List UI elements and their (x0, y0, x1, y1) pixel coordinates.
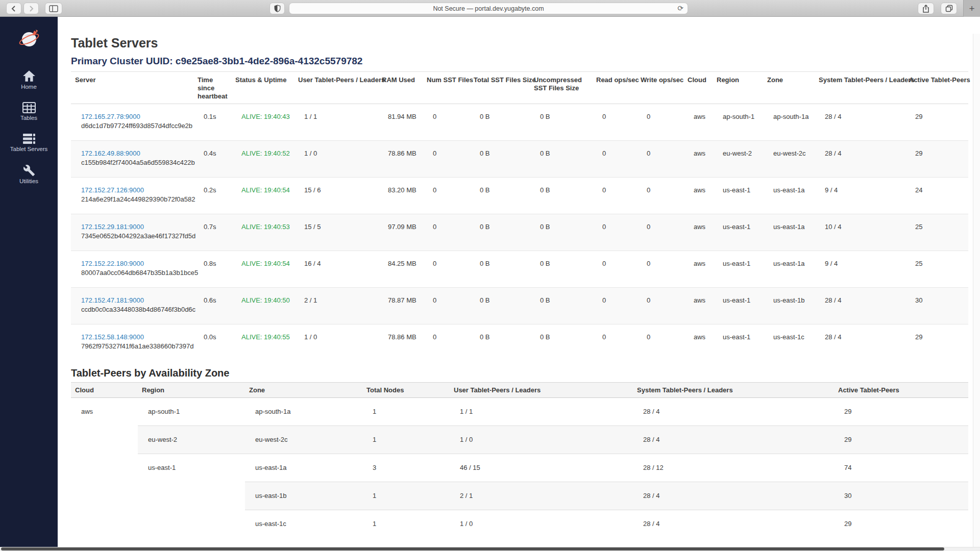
cell-total-sst: 0 B (470, 324, 530, 361)
cell-read-ops: 0 (592, 178, 636, 214)
server-uuid: ccdb0c0ca33448038b4d86746f3b0d6c (81, 305, 190, 314)
az-cell-user-tablet-peers: 46 / 15 (450, 454, 633, 482)
server-link[interactable]: 172.152.47.181:9000 (81, 296, 144, 304)
sidebar-item-home[interactable]: Home (0, 70, 58, 90)
cell-total-sst: 0 B (470, 214, 530, 251)
cell-uncompressed-sst: 0 B (530, 214, 592, 251)
server-link[interactable]: 172.152.58.148:9000 (81, 333, 144, 341)
server-link[interactable]: 172.152.22.180:9000 (81, 260, 144, 267)
az-cell-total-nodes: 1 (362, 426, 450, 454)
cell-write-ops: 0 (636, 141, 683, 178)
cell-server: 172.152.47.181:9000ccdb0c0ca33448038b4d8… (71, 288, 193, 324)
cell-num-sst: 0 (423, 178, 470, 214)
az-cell-system-tablet-peers: 28 / 12 (633, 454, 834, 482)
cell-system-tablet-peers: 9 / 4 (815, 178, 905, 214)
cell-write-ops: 0 (636, 251, 683, 288)
server-link[interactable]: 172.165.27.78:9000 (81, 113, 140, 120)
cell-cloud: aws (683, 141, 713, 178)
col-header-active-tablet-peers: Active Tablet-Peers (905, 72, 968, 104)
cell-active-tablet-peers: 29 (905, 104, 968, 141)
sidebar-toggle-button[interactable] (45, 3, 62, 14)
sidebar-item-tables[interactable]: Tables (0, 102, 58, 121)
az-cell-active-tablet-peers: 30 (834, 482, 968, 510)
back-button[interactable] (6, 3, 21, 14)
cell-active-tablet-peers: 29 (905, 141, 968, 178)
address-bar[interactable]: Not Secure — portal.dev.yugabyte.com ⟳ (289, 3, 688, 14)
table-row: 172.162.49.88:9000c155b984f2f74004a5a6d5… (71, 141, 968, 178)
tab-overview-button[interactable] (941, 3, 957, 14)
privacy-report-button[interactable] (270, 3, 285, 14)
cell-ram: 78.87 MB (378, 288, 423, 324)
server-uuid: d6dc1d7b97724ff693d857d4dfcc9e2b (81, 121, 190, 130)
col-header-user-tablet-peers: User Tablet-Peers / Leaders (294, 72, 378, 104)
cell-region: us-east-1 (713, 214, 763, 251)
cell-server: 172.165.27.78:9000d6dc1d7b97724ff693d857… (71, 104, 193, 141)
sidebar-item-label: Tables (0, 115, 58, 121)
cell-num-sst: 0 (423, 141, 470, 178)
cell-status: ALIVE: 19:40:53 (231, 214, 294, 251)
cell-zone: us-east-1b (763, 288, 815, 324)
horizontal-scrollbar-track[interactable] (0, 547, 980, 551)
az-cell-total-nodes: 1 (362, 398, 450, 426)
table-row: 172.152.47.181:9000ccdb0c0ca33448038b4d8… (71, 288, 968, 324)
cell-read-ops: 0 (592, 141, 636, 178)
cell-uncompressed-sst: 0 B (530, 104, 592, 141)
cell-cloud: aws (683, 324, 713, 361)
az-cell-zone: eu-west-2c (245, 426, 362, 454)
az-cell-total-nodes: 1 (362, 482, 450, 510)
cell-region: us-east-1 (713, 178, 763, 214)
cell-total-sst: 0 B (470, 288, 530, 324)
server-link[interactable]: 172.162.49.88:9000 (81, 149, 140, 157)
cell-total-sst: 0 B (470, 178, 530, 214)
cell-active-tablet-peers: 25 (905, 214, 968, 251)
reload-icon[interactable]: ⟳ (677, 4, 683, 12)
cell-ram: 78.86 MB (378, 324, 423, 361)
cell-ram: 84.25 MB (378, 251, 423, 288)
az-col-cloud: Cloud (71, 383, 138, 398)
server-link[interactable]: 172.152.29.181:9000 (81, 223, 144, 231)
cell-heartbeat: 0.8s (193, 251, 231, 288)
cell-ram: 83.20 MB (378, 178, 423, 214)
az-cell-active-tablet-peers: 29 (834, 426, 968, 454)
cell-heartbeat: 0.7s (193, 214, 231, 251)
cell-ram: 81.94 MB (378, 104, 423, 141)
cell-read-ops: 0 (592, 324, 636, 361)
az-cell-user-tablet-peers: 1 / 0 (450, 426, 633, 454)
shield-icon (274, 5, 281, 12)
col-header-uncompressed-sst: Uncompressed SST Files Size (530, 72, 592, 104)
sidebar-item-utilities[interactable]: Utilities (0, 164, 58, 184)
col-header-server: Server (71, 72, 193, 104)
cell-heartbeat: 0.4s (193, 141, 231, 178)
cell-system-tablet-peers: 28 / 4 (815, 324, 905, 361)
cell-read-ops: 0 (592, 104, 636, 141)
forward-button[interactable] (23, 3, 39, 14)
cell-heartbeat: 0.6s (193, 288, 231, 324)
horizontal-scrollbar-thumb[interactable] (1, 547, 944, 550)
tables-grid-icon (22, 102, 36, 113)
cell-user-tablet-peers: 1 / 0 (294, 141, 378, 178)
cell-ram: 97.09 MB (378, 214, 423, 251)
share-button[interactable] (918, 3, 934, 14)
az-cell-user-tablet-peers: 1 / 0 (450, 510, 633, 538)
cluster-uuid-heading: Primary Cluster UUID: c9e25ae8-3bb1-4de2… (71, 56, 980, 67)
cell-active-tablet-peers: 25 (905, 251, 968, 288)
az-row: aws ap-south-1 ap-south-1a 1 1 / 1 28 / … (71, 398, 968, 426)
az-col-zone: Zone (245, 383, 362, 398)
cell-server: 172.162.49.88:9000c155b984f2f74004a5a6d5… (71, 141, 193, 178)
cell-write-ops: 0 (636, 178, 683, 214)
yugabyte-planet-icon (17, 27, 41, 51)
sidebar-item-tablet-servers[interactable]: Tablet Servers (0, 133, 58, 152)
server-link[interactable]: 172.152.27.126:9000 (81, 186, 144, 194)
cell-system-tablet-peers: 9 / 4 (815, 251, 905, 288)
cell-zone: us-east-1a (763, 178, 815, 214)
vertical-scrollbar-track[interactable] (973, 34, 980, 551)
az-col-region: Region (138, 383, 245, 398)
share-icon (922, 5, 929, 13)
col-header-ram: RAM Used (378, 72, 423, 104)
forward-icon (28, 5, 35, 12)
cell-server: 172.152.29.181:90007345e0652b404292a3ae4… (71, 214, 193, 251)
new-tab-button[interactable]: + (963, 0, 980, 17)
plus-icon: + (969, 3, 974, 14)
az-cell-active-tablet-peers: 29 (834, 510, 968, 538)
cell-region: us-east-1 (713, 251, 763, 288)
